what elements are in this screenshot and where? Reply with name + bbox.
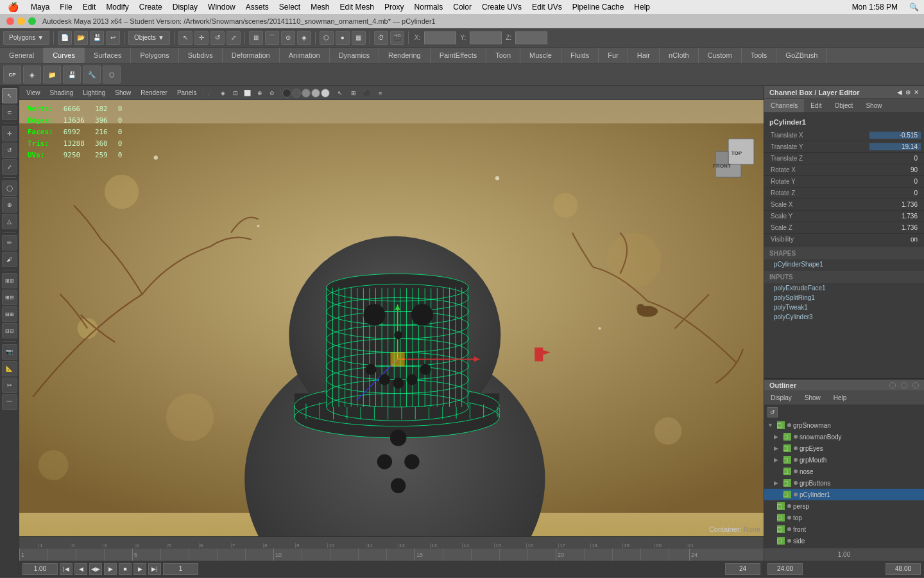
- vt-shade-5[interactable]: [321, 89, 330, 98]
- crease-tool[interactable]: 〰: [2, 394, 17, 410]
- ch-value-sx[interactable]: 1.736: [869, 201, 921, 208]
- select-tool[interactable]: ↖: [2, 88, 17, 103]
- apple-menu[interactable]: 🍎: [0, 2, 26, 12]
- ch-value-ty[interactable]: 19.14: [869, 143, 921, 150]
- tab-toon[interactable]: Toon: [486, 48, 520, 63]
- timeline-track[interactable]: 1 5 10 15 20 24: [19, 548, 764, 561]
- otab-help[interactable]: Help: [827, 391, 853, 405]
- tab-animation[interactable]: Animation: [280, 48, 330, 63]
- tab-subdivs[interactable]: Subdivs: [179, 48, 223, 63]
- history-btn[interactable]: ⏱: [374, 31, 388, 45]
- outliner-pcylinder1[interactable]: □ pCylinder1: [764, 489, 924, 500]
- polygon-mode-dropdown[interactable]: Polygons ▼: [3, 31, 49, 45]
- minimize-button[interactable]: [17, 17, 25, 25]
- vt-icon-5[interactable]: ⊕: [254, 87, 266, 99]
- vt-more-icon[interactable]: ≡: [375, 87, 386, 99]
- outliner-grpsnowman[interactable]: ▼ □ grpSnowman: [764, 419, 924, 431]
- maximize-button[interactable]: [28, 17, 36, 25]
- shelf-icon-2[interactable]: 📁: [43, 66, 61, 83]
- menu-mesh[interactable]: Mesh: [305, 0, 334, 14]
- outliner-circle-2[interactable]: [901, 382, 907, 389]
- tab-painteffects[interactable]: PaintEffects: [431, 48, 487, 63]
- outliner-top[interactable]: □ top: [764, 512, 924, 523]
- last-tool[interactable]: △: [2, 214, 17, 229]
- menu-create[interactable]: Create: [134, 0, 167, 14]
- ch-value-ry[interactable]: 0: [869, 178, 921, 185]
- toolbar-icon-undo[interactable]: ↩: [106, 31, 120, 45]
- scale-tool-btn[interactable]: ⤢: [227, 31, 241, 45]
- vt-viewport-icon[interactable]: ⊞: [348, 87, 359, 99]
- vt-icon-2[interactable]: ◈: [218, 87, 229, 99]
- menu-window[interactable]: Window: [203, 0, 241, 14]
- menu-edit-mesh[interactable]: Edit Mesh: [335, 0, 379, 14]
- tab-deformation[interactable]: Deformation: [223, 48, 280, 63]
- shelf-icon-5[interactable]: ⬡: [103, 66, 121, 83]
- menu-pipeline-cache[interactable]: Pipeline Cache: [567, 0, 629, 14]
- stop-btn[interactable]: ■: [119, 563, 132, 575]
- menu-color[interactable]: Color: [448, 0, 477, 14]
- vt-icon-4[interactable]: ⬜: [242, 87, 253, 99]
- ctab-object[interactable]: Object: [828, 99, 860, 112]
- shelf-icon-1[interactable]: ◈: [23, 66, 41, 83]
- ch-value-tz[interactable]: 0: [869, 155, 921, 162]
- grid-tool-3[interactable]: ⊟⊞: [2, 306, 17, 322]
- ch-value-rx[interactable]: 90: [869, 166, 921, 173]
- vt-icon-1[interactable]: 🎥: [205, 87, 217, 99]
- input-item-2[interactable]: polySplitRing1: [764, 293, 924, 302]
- snap-point-btn[interactable]: ⊙: [281, 31, 295, 45]
- tab-hair[interactable]: Hair: [628, 48, 660, 63]
- paint-tool[interactable]: 🖌: [2, 252, 17, 267]
- play-btn[interactable]: ▶: [104, 563, 117, 575]
- rotate-tool-btn[interactable]: ↺: [210, 31, 225, 45]
- range-end-input[interactable]: [886, 563, 921, 575]
- outliner-side[interactable]: □ side: [764, 535, 924, 547]
- tab-ncloth[interactable]: nCloth: [660, 48, 699, 63]
- menu-proxy[interactable]: Proxy: [379, 0, 409, 14]
- vt-shade-4[interactable]: [311, 89, 320, 98]
- textured-btn[interactable]: ▦: [352, 31, 366, 45]
- snap-grid-btn[interactable]: ⊞: [249, 31, 263, 45]
- input-item-3[interactable]: polyTweak1: [764, 302, 924, 312]
- ch-value-tx[interactable]: -0.515: [869, 132, 921, 139]
- otab-display[interactable]: Display: [764, 391, 798, 405]
- end-frame-display[interactable]: [725, 563, 760, 575]
- wireframe-btn[interactable]: ⬡: [320, 31, 334, 45]
- select-tool-btn[interactable]: ↖: [178, 31, 193, 45]
- sculpt-tool[interactable]: ✏: [2, 235, 17, 250]
- outliner-nose[interactable]: □ nose: [764, 466, 924, 477]
- clip-tool[interactable]: ✂: [2, 378, 17, 393]
- tab-general[interactable]: General: [0, 48, 44, 63]
- shelf-icon-4[interactable]: 🔧: [83, 66, 101, 83]
- input-item-4[interactable]: polyCylinder3: [764, 312, 924, 322]
- outliner-refresh-btn[interactable]: ↺: [767, 407, 778, 417]
- tab-custom[interactable]: Custom: [699, 48, 742, 63]
- tab-gozbrush[interactable]: GoZBrush: [776, 48, 827, 63]
- vt-show[interactable]: Show: [111, 87, 135, 100]
- search-icon[interactable]: 🔍: [904, 0, 924, 14]
- vt-lighting[interactable]: Lighting: [79, 87, 109, 100]
- outliner-circle-1[interactable]: [889, 382, 896, 389]
- ch-value-vis[interactable]: on: [869, 236, 921, 243]
- outliner-snowmanbody[interactable]: ▶ □ snowmanBody: [764, 431, 924, 442]
- snap-surface-btn[interactable]: ◈: [297, 31, 311, 45]
- grid-tool-4[interactable]: ⊟⊟: [2, 323, 17, 338]
- start-frame-input[interactable]: [22, 563, 58, 575]
- outliner-grpmouth[interactable]: ▶ □ grpMouth: [764, 454, 924, 466]
- tab-dynamics[interactable]: Dynamics: [330, 48, 379, 63]
- smooth-btn[interactable]: ●: [336, 31, 350, 45]
- input-item-1[interactable]: polyExtrudeFace1: [764, 283, 924, 293]
- menu-select[interactable]: Select: [274, 0, 305, 14]
- toolbar-icon-new[interactable]: 📄: [58, 31, 72, 45]
- menu-help[interactable]: Help: [629, 0, 655, 14]
- camera-tool[interactable]: 📷: [2, 344, 17, 360]
- scale-tool[interactable]: ⤢: [2, 159, 17, 175]
- show-manipulator[interactable]: ⊕: [2, 197, 17, 213]
- prev-key-btn[interactable]: |◀: [60, 563, 73, 575]
- tab-surfaces[interactable]: Surfaces: [85, 48, 131, 63]
- menu-normals[interactable]: Normals: [409, 0, 449, 14]
- vt-view[interactable]: View: [22, 87, 44, 100]
- next-key-btn[interactable]: ▶|: [148, 563, 161, 575]
- vt-shade-3[interactable]: [302, 89, 311, 98]
- tab-polygons[interactable]: Polygons: [131, 48, 178, 63]
- vt-panels[interactable]: Panels: [173, 87, 201, 100]
